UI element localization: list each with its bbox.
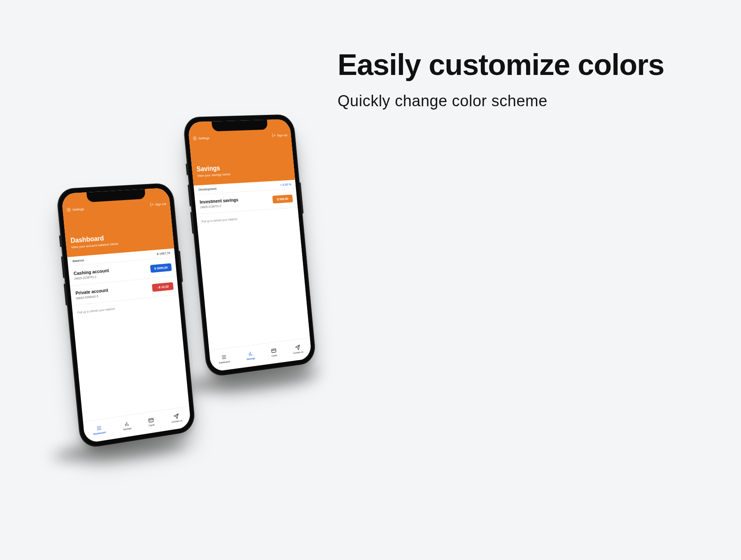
tab-cards[interactable]: Cards <box>148 417 155 427</box>
tab-cards[interactable]: Cards <box>270 347 277 357</box>
signout-label: Sign out <box>155 202 166 206</box>
balance-value: $ 1987,78 <box>156 251 170 256</box>
percent-value: + 8,65 % <box>280 182 291 187</box>
tab-bar: Dashboard Savings Cards Contact us <box>209 338 312 372</box>
svg-point-12 <box>194 138 196 139</box>
logout-icon <box>272 133 276 138</box>
amount-badge: $ 2000,00 <box>150 263 172 273</box>
phone-device: Settings Sign out Savings View your savi… <box>182 114 317 378</box>
dashboard-icon <box>96 425 102 431</box>
bars-icon <box>247 350 253 357</box>
tab-label: Contact us <box>171 419 182 423</box>
svg-line-15 <box>222 357 226 357</box>
tab-contact[interactable]: Contact us <box>292 344 303 354</box>
tab-label: Contact us <box>293 350 303 354</box>
tab-label: Savings <box>123 427 132 431</box>
dashboard-icon <box>221 354 227 360</box>
logout-icon <box>150 202 154 206</box>
marketing-title: Easily customize colors <box>338 49 716 81</box>
svg-line-5 <box>126 423 126 426</box>
tab-savings[interactable]: Savings <box>122 420 131 431</box>
svg-line-14 <box>222 355 226 356</box>
phone-device: Settings Sign out Dashboard View your ac… <box>56 183 196 449</box>
tab-label: Dashboard <box>219 360 230 364</box>
settings-label: Settings <box>72 207 84 212</box>
tab-label: Dashboard <box>93 431 106 435</box>
svg-line-21 <box>272 350 276 350</box>
svg-line-18 <box>250 352 251 355</box>
gear-icon <box>67 208 71 212</box>
svg-point-0 <box>68 209 70 210</box>
settings-label: Settings <box>198 136 210 140</box>
signout-label: Sign out <box>277 133 287 137</box>
tab-label: Savings <box>247 357 255 360</box>
tab-dashboard[interactable]: Dashboard <box>93 424 106 435</box>
card-icon <box>271 348 277 354</box>
svg-line-9 <box>149 419 154 420</box>
device-notch <box>212 120 268 131</box>
amount-badge: $ 500,00 <box>272 194 293 203</box>
settings-link[interactable]: Settings <box>193 136 210 141</box>
tab-bar: Dashboard Savings Cards Contact us <box>83 406 191 443</box>
tab-savings[interactable]: Savings <box>246 350 255 360</box>
svg-line-17 <box>249 353 249 356</box>
balance-label: Balance <box>72 258 84 263</box>
svg-line-6 <box>127 422 127 425</box>
phone-stage: Settings Sign out Dashboard View your ac… <box>58 103 428 556</box>
svg-line-3 <box>97 428 101 429</box>
signout-link[interactable]: Sign out <box>272 133 287 138</box>
card-icon <box>148 417 154 423</box>
send-icon <box>173 413 179 420</box>
svg-line-4 <box>97 429 101 430</box>
svg-rect-20 <box>272 349 276 352</box>
tab-dashboard[interactable]: Dashboard <box>218 353 230 364</box>
strip-left-label: Development <box>198 187 217 192</box>
bars-icon <box>124 420 130 427</box>
svg-line-2 <box>97 426 101 427</box>
gear-icon <box>193 136 197 141</box>
tab-label: Cards <box>149 423 155 427</box>
tab-contact[interactable]: Contact us <box>171 413 182 423</box>
amount-badge: - $ 12,22 <box>152 282 174 292</box>
svg-line-16 <box>222 358 226 359</box>
send-icon <box>295 344 301 350</box>
tab-label: Cards <box>271 354 277 357</box>
